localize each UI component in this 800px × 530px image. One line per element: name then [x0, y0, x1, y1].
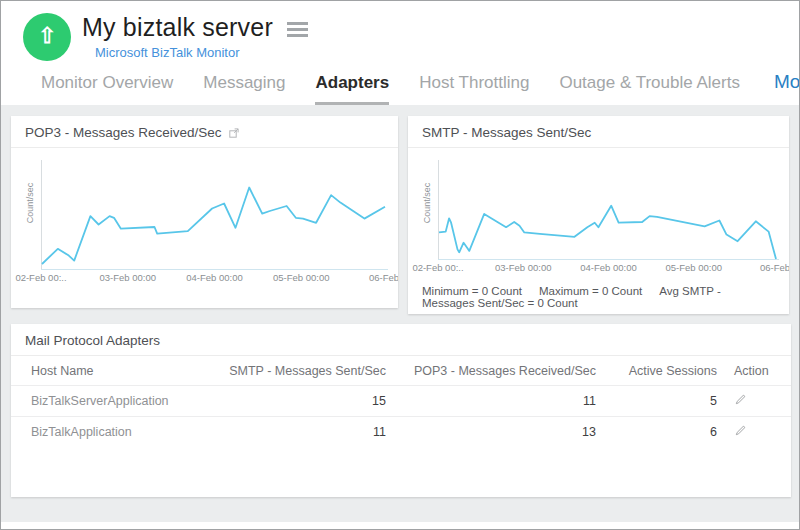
tab-outage-trouble-alerts[interactable]: Outage & Trouble Alerts: [559, 73, 740, 105]
tab-messaging[interactable]: Messaging: [203, 73, 285, 105]
tab-bar: Monitor OverviewMessagingAdaptersHost Th…: [23, 61, 799, 105]
chart-title: SMTP - Messages Sent/Sec: [422, 125, 591, 140]
chart-title: POP3 - Messages Received/Sec: [25, 125, 222, 140]
x-axis-ticks: 02-Feb 00:..03-Feb 00:0004-Feb 00:0005-F…: [438, 262, 779, 276]
col-active-sessions: Active Sessions: [596, 356, 717, 386]
stat-label: Maximum = 0 Count: [539, 285, 642, 297]
y-axis-label: Count/sec: [25, 178, 35, 228]
smtp-line-chart: [438, 158, 779, 260]
tab-more[interactable]: More: [774, 71, 800, 105]
page-title: My biztalk server: [82, 13, 273, 42]
edit-pencil-icon[interactable]: [734, 424, 747, 440]
pop3-line-chart: [41, 158, 388, 270]
x-tick-label: 05-Feb 00:00: [273, 272, 330, 283]
x-axis-ticks: 02-Feb 00:..03-Feb 00:0004-Feb 00:0005-F…: [41, 272, 388, 286]
col-action: Action: [717, 356, 791, 386]
y-axis-label: Count/sec: [422, 178, 432, 228]
active-sessions-cell: 5: [596, 386, 717, 417]
x-tick-label: 04-Feb 00:00: [186, 272, 243, 283]
stat-label: Minimum = 0 Count: [422, 285, 522, 297]
x-tick-label: 04-Feb 00:00: [580, 262, 637, 273]
x-tick-label: 05-Feb 00:00: [665, 262, 722, 273]
expand-icon[interactable]: [229, 128, 239, 138]
x-tick-label: 03-Feb 00:00: [99, 272, 156, 283]
mail-protocol-adapters-card: Mail Protocol Adapters Host Name SMTP - …: [11, 324, 791, 497]
adapters-table: Host Name SMTP - Messages Sent/Sec POP3 …: [11, 356, 791, 447]
page-header: ⇧ My biztalk server Microsoft BizTalk Mo…: [1, 1, 799, 105]
tab-host-throttling[interactable]: Host Throttling: [419, 73, 529, 105]
x-tick-label: 06-Feb 0: [760, 262, 789, 273]
host-name-cell: BizTalkApplication: [11, 417, 226, 448]
tab-monitor-overview[interactable]: Monitor Overview: [41, 73, 173, 105]
host-name-cell: BizTalkServerApplication: [11, 386, 226, 417]
x-tick-label: 03-Feb 00:00: [495, 262, 552, 273]
tab-adapters[interactable]: Adapters: [315, 73, 389, 105]
smtp-value-cell: 15: [226, 386, 386, 417]
col-host-name: Host Name: [11, 356, 226, 386]
pop3-value-cell: 13: [386, 417, 596, 448]
monitor-type-link[interactable]: Microsoft BizTalk Monitor: [95, 45, 239, 60]
table-header-row: Host Name SMTP - Messages Sent/Sec POP3 …: [11, 356, 791, 386]
table-title: Mail Protocol Adapters: [25, 333, 160, 348]
edit-pencil-icon[interactable]: [734, 393, 747, 409]
smtp-chart-card: SMTP - Messages Sent/Sec Count/sec 02-Fe…: [408, 116, 789, 314]
pop3-chart-card: POP3 - Messages Received/Sec Count/sec 0…: [11, 116, 398, 308]
content-area: POP3 - Messages Received/Sec Count/sec 0…: [1, 105, 799, 522]
col-pop3: POP3 - Messages Received/Sec: [386, 356, 596, 386]
table-row: BizTalkServerApplication15115: [11, 386, 791, 417]
col-smtp: SMTP - Messages Sent/Sec: [226, 356, 386, 386]
pop3-value-cell: 11: [386, 386, 596, 417]
up-arrow-icon: ⇧: [38, 25, 56, 47]
chart-stats: Minimum = 0 CountMaximum = 0 CountAvg SM…: [408, 276, 789, 309]
table-row: BizTalkApplication11136: [11, 417, 791, 448]
x-tick-label: 02-Feb 00:..: [15, 272, 66, 283]
x-tick-label: 06-Feb 0: [369, 272, 398, 283]
smtp-value-cell: 11: [226, 417, 386, 448]
active-sessions-cell: 6: [596, 417, 717, 448]
hamburger-menu-icon[interactable]: [287, 22, 308, 40]
x-tick-label: 02-Feb 00:..: [412, 262, 463, 273]
server-status-avatar: ⇧: [23, 13, 71, 61]
action-cell: [717, 386, 791, 417]
action-cell: [717, 417, 791, 448]
